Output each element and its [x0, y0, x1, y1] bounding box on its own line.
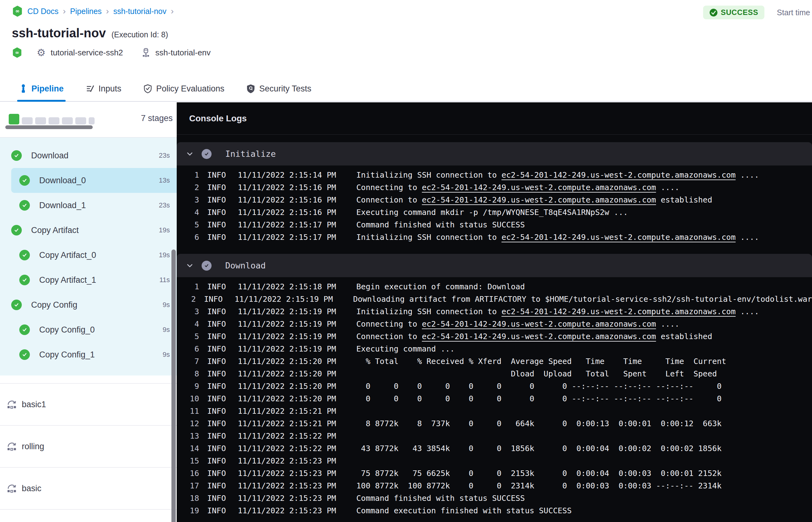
log-section-header-download[interactable]: Download: [177, 254, 812, 277]
log-message: Dload Upload Total Spent Left Speed: [356, 369, 717, 378]
pipeline-item-basic[interactable]: basic: [0, 467, 177, 509]
log-line: 2INFO11/11/2022 2:15:19 PMDownloading ar…: [177, 293, 812, 305]
log-level: INFO: [207, 419, 226, 428]
log-host-link[interactable]: ec2-54-201-142-249.us-west-2.compute.ama…: [422, 195, 656, 204]
pipeline-item-canary2[interactable]: canary2: [0, 509, 177, 522]
log-timestamp: 11/11/2022 2:15:16 PM: [238, 208, 336, 217]
breadcrumb-pipeline-name[interactable]: ssh-tutorial-nov: [113, 7, 166, 16]
chevron-down-icon[interactable]: [186, 262, 194, 269]
pipeline-label: basic1: [22, 400, 46, 409]
breadcrumb-pipelines[interactable]: Pipelines: [70, 7, 101, 16]
stage-label: Copy Artifact: [31, 225, 79, 235]
log-host-link[interactable]: ec2-54-201-142-249.us-west-2.compute.ama…: [502, 307, 736, 316]
log-level: INFO: [207, 444, 226, 453]
log-timestamp: 11/11/2022 2:15:19 PM: [235, 295, 333, 304]
log-level: INFO: [207, 282, 226, 291]
log-timestamp: 11/11/2022 2:15:23 PM: [238, 469, 336, 478]
success-check-icon: [709, 8, 718, 17]
log-line: 14INFO11/11/2022 2:15:22 PM 43 8772k 43 …: [177, 442, 812, 455]
log-message: Downloading artifact from ARTIFACTORY to…: [353, 295, 812, 304]
stage-row-copy-artifact-1[interactable]: Copy Artifact_111s: [0, 267, 177, 293]
harness-cd-icon: ∞: [12, 6, 23, 17]
log-host-link[interactable]: ec2-54-201-142-249.us-west-2.compute.ama…: [502, 233, 736, 242]
stage-label: Copy Artifact_1: [39, 275, 96, 285]
stage-row-copy-config-0[interactable]: Copy Config_09s: [0, 317, 177, 342]
page-header: ∞ CD Docs › Pipelines › ssh-tutorial-nov…: [0, 0, 812, 76]
log-line: 4INFO11/11/2022 2:15:16 PMExecuting comm…: [177, 206, 812, 218]
log-section-header-initialize[interactable]: Initialize: [177, 142, 812, 165]
log-line: 9INFO11/11/2022 2:15:20 PM 0 0 0 0 0 0 0…: [177, 380, 812, 392]
log-level: INFO: [207, 170, 226, 180]
pipeline-item-rolling[interactable]: rolling: [0, 425, 177, 467]
log-level: INFO: [207, 233, 226, 242]
status-badge-label: SUCCESS: [721, 8, 758, 17]
log-level: INFO: [207, 394, 226, 403]
stage-label: Download_1: [39, 201, 86, 210]
log-timestamp: 11/11/2022 2:15:21 PM: [238, 407, 336, 416]
log-timestamp: 11/11/2022 2:15:19 PM: [238, 332, 336, 341]
tab-inputs[interactable]: Inputs: [84, 76, 123, 101]
log-level: INFO: [207, 469, 226, 478]
service-name[interactable]: tutorial-service-ssh2: [51, 48, 123, 58]
log-level: INFO: [207, 494, 226, 503]
log-line-number: 2: [177, 295, 196, 304]
log-line: 15INFO11/11/2022 2:15:23 PM: [177, 455, 812, 467]
page-title: ssh-tutorial-nov: [12, 26, 106, 40]
stage-row-copy-config-1[interactable]: Copy Config_19s: [0, 342, 177, 367]
policy-shield-icon: [143, 84, 153, 93]
harness-cd-icon: ∞: [12, 47, 22, 58]
log-level: INFO: [207, 357, 226, 366]
breadcrumb-cd-docs[interactable]: CD Docs: [27, 7, 59, 16]
log-line: 16INFO11/11/2022 2:15:23 PM 75 8772k 75 …: [177, 467, 812, 479]
log-timestamp: 11/11/2022 2:15:20 PM: [238, 394, 336, 403]
stages-progress-scrollbar[interactable]: [5, 125, 93, 129]
log-timestamp: 11/11/2022 2:15:17 PM: [238, 220, 336, 229]
log-host-link[interactable]: ec2-54-201-142-249.us-west-2.compute.ama…: [502, 170, 736, 180]
stage-progress-square: [48, 117, 59, 124]
pipeline-item-basic1[interactable]: basic1: [0, 383, 177, 425]
log-line-number: 12: [177, 419, 199, 428]
rollback-icon: [6, 483, 17, 494]
environment-name[interactable]: ssh-tutorial-env: [155, 48, 210, 58]
stage-row-download-1[interactable]: Download_123s: [0, 193, 177, 218]
log-message: Initializing SSH connection to ec2-54-20…: [356, 233, 759, 242]
log-line: 7INFO11/11/2022 2:15:20 PM % Total % Rec…: [177, 355, 812, 367]
log-line: 10INFO11/11/2022 2:15:20 PM 0 0 0 0 0 0 …: [177, 392, 812, 405]
log-line-number: 7: [177, 357, 199, 366]
log-host-link[interactable]: ec2-54-201-142-249.us-west-2.compute.ama…: [422, 320, 656, 328]
stage-row-copy-artifact[interactable]: Copy Artifact19s: [0, 218, 177, 243]
log-level: INFO: [207, 431, 226, 441]
svg-text:∞: ∞: [15, 8, 19, 14]
stages-progress-squares: [9, 114, 95, 124]
log-host-link[interactable]: ec2-54-201-142-249.us-west-2.compute.ama…: [422, 332, 656, 341]
log-line: 5INFO11/11/2022 2:15:19 PMConnection to …: [177, 330, 812, 342]
inputs-icon: [85, 84, 95, 93]
log-message: Command finished with status SUCCESS: [356, 494, 525, 503]
tab-pipeline[interactable]: Pipeline: [17, 76, 66, 101]
sidebar-scrollbar[interactable]: [171, 249, 176, 522]
log-timestamp: 11/11/2022 2:15:19 PM: [238, 344, 336, 354]
chevron-down-icon[interactable]: [186, 150, 194, 158]
log-timestamp: 11/11/2022 2:15:16 PM: [238, 183, 336, 192]
log-line-number: 3: [177, 195, 199, 204]
chevron-right-icon: ›: [106, 7, 109, 16]
log-message: Connecting to ec2-54-201-142-249.us-west…: [356, 320, 679, 328]
stage-row-copy-config[interactable]: Copy Config9s: [0, 293, 177, 317]
section-lines: 1INFO11/11/2022 2:15:14 PMInitializing S…: [177, 165, 812, 246]
stage-row-copy-artifact-0[interactable]: Copy Artifact_019s: [0, 243, 177, 267]
stage-row-download[interactable]: Download23s: [0, 143, 177, 168]
console-panel: Console Logs Initialize1INFO11/11/2022 2…: [177, 102, 812, 522]
log-message: Initializing SSH connection to ec2-54-20…: [356, 170, 759, 180]
stage-progress-square: [89, 117, 95, 124]
tab-policy-evaluations[interactable]: Policy Evaluations: [141, 76, 226, 101]
log-message: Connecting to ec2-54-201-142-249.us-west…: [356, 183, 679, 192]
stage-duration: 9s: [163, 326, 170, 334]
log-message: Connection to ec2-54-201-142-249.us-west…: [356, 195, 712, 204]
log-message: 0 0 0 0 0 0 0 0 --:--:-- --:--:-- --:--:…: [356, 382, 722, 391]
stage-row-download-0[interactable]: Download_013s: [0, 168, 177, 193]
log-timestamp: 11/11/2022 2:15:17 PM: [238, 233, 336, 242]
log-line: 3INFO11/11/2022 2:15:19 PMInitializing S…: [177, 305, 812, 318]
tab-security-tests[interactable]: Security Tests: [244, 76, 313, 101]
log-host-link[interactable]: ec2-54-201-142-249.us-west-2.compute.ama…: [422, 183, 656, 192]
stage-label: Copy Config_1: [39, 350, 95, 360]
